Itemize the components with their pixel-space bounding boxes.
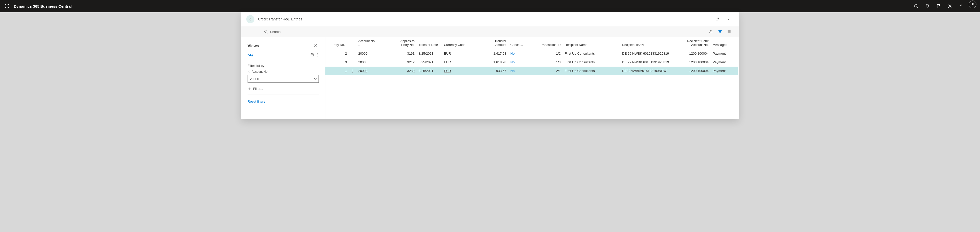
col-applies-to[interactable]: Applies-to Entry No. [395,37,417,49]
svg-line-10 [917,7,918,8]
share-button[interactable] [706,27,715,36]
cell-applies-to: 3212 [407,60,414,64]
add-filter-label: Filter... [253,87,263,91]
col-canceled[interactable]: Cancel... [508,37,527,49]
open-new-window-button[interactable] [713,15,721,24]
filter-account-no-input[interactable] [248,75,312,83]
col-account-no[interactable]: Account No. ▾ [356,37,396,49]
back-button[interactable] [246,15,255,23]
cell-canceled[interactable]: No [511,52,515,56]
app-launcher-button[interactable] [2,1,12,11]
cell-account-no: 20000 [358,52,368,56]
cell-recipient-bank: 1200 100004 [683,58,711,67]
col-transfer-date[interactable]: Transfer Date [417,37,442,49]
col-recipient-name[interactable]: Recipient Name [563,37,620,49]
list-icon [727,30,731,34]
cell-entry-no: 2 [345,52,347,56]
row-menu-button[interactable]: ⋮ [349,67,356,75]
cell-message: Payment [711,67,738,75]
cell-recipient-iban: DE 29 NWBK 60161331926819 [620,49,683,58]
col-message[interactable]: Message t [711,37,738,49]
avatar-initial: F [972,3,974,6]
top-app-bar: Dynamics 365 Business Central F [0,0,980,12]
table-row[interactable]: 3⋮2000032128/25/2021EUR1,618.28No1/3Firs… [325,58,738,67]
page-modal: Credit Transfer Reg. Entries Search [241,12,739,119]
flag-button[interactable] [933,0,944,12]
col-recipient-bank[interactable]: Recipient Bank Account No. [683,37,711,49]
svg-rect-6 [5,7,6,8]
svg-rect-0 [5,4,6,5]
filter-pane-toggle[interactable] [715,27,724,36]
col-amount[interactable]: Transfer Amount [481,37,508,49]
cell-recipient-bank: 1200 100004 [683,67,711,75]
cell-entry-no: 1 [345,69,347,73]
table-row[interactable]: 2⋮2000031918/25/2021EUR1,417.53No1/2Firs… [325,49,738,58]
col-recipient-iban[interactable]: Recipient IBAN [620,37,683,49]
cell-txn-id: 2/1 [527,67,563,75]
view-all-link[interactable]: *All [248,53,253,57]
svg-point-11 [949,5,950,6]
data-grid: Entry No.↑ Account No. ▾ Applies-to Entr… [325,37,739,119]
svg-point-16 [317,56,318,56]
cell-message: Payment [711,58,738,67]
x-icon: ✕ [248,70,250,73]
chevron-down-icon [314,78,317,80]
col-txn-id[interactable]: Transaction ID [527,37,563,49]
filter-field-label: Account No. [251,70,268,73]
cell-recipient-iban: DE 29 NWBK 60161331926819 [620,58,683,67]
cell-txn-id: 1/3 [527,58,563,67]
search-label: Search [270,30,280,34]
gear-icon [948,4,952,8]
help-button[interactable] [956,0,967,12]
question-icon [959,4,963,8]
cell-amount: 933.67 [481,67,508,75]
cell-canceled[interactable]: No [511,60,515,64]
collapse-button[interactable] [725,15,734,24]
view-more-button[interactable] [316,53,319,57]
svg-rect-1 [6,4,7,5]
notifications-button[interactable] [922,0,933,12]
save-view-button[interactable] [310,53,314,57]
save-icon [310,53,314,57]
cell-currency: EUR [444,60,451,64]
cell-applies-to: 3191 [407,52,414,56]
col-currency[interactable]: Currency Code [442,37,481,49]
funnel-icon: ▾ [358,44,393,47]
reset-filters-link[interactable]: Reset filters [248,100,319,103]
filter-pane: Views *All Filte [241,37,325,119]
flag-icon [936,4,941,8]
settings-button[interactable] [944,0,956,12]
list-view-button[interactable] [724,27,734,36]
remove-filter-account-no[interactable]: ✕ Account No. [248,70,319,73]
share-icon [709,30,713,34]
close-filter-pane-button[interactable] [313,42,319,50]
user-avatar[interactable]: F [969,0,977,8]
global-search-button[interactable] [911,0,922,12]
cell-amount: 1,417.53 [481,49,508,58]
list-search-button[interactable]: Search [264,30,280,34]
cell-transfer-date: 8/25/2021 [417,49,442,58]
plus-icon [248,87,251,91]
filter-lookup-button[interactable] [312,75,318,83]
cell-recipient-name: First Up Consultants [563,49,620,58]
cell-transfer-date: 8/25/2021 [417,67,442,75]
app-title: Dynamics 365 Business Central [12,4,72,8]
arrow-left-icon [248,17,252,21]
views-heading: Views [248,44,259,48]
close-icon [313,43,318,48]
cell-message: Payment [711,49,738,58]
svg-line-13 [267,32,268,33]
funnel-icon [718,30,722,34]
svg-rect-4 [6,6,7,6]
svg-point-12 [265,30,267,32]
waffle-icon [5,4,9,8]
add-filter-button[interactable]: Filter... [248,87,319,94]
svg-point-9 [915,4,917,7]
cell-canceled[interactable]: No [511,69,515,73]
cell-account-no: 20000 [358,69,368,73]
col-entry-no[interactable]: Entry No.↑ [325,37,349,49]
table-row[interactable]: 1⋮2000032898/25/2021EUR933.67No2/1First … [325,67,738,75]
cell-txn-id: 1/2 [527,49,563,58]
sort-asc-icon: ↑ [345,44,347,46]
svg-rect-7 [6,7,7,8]
